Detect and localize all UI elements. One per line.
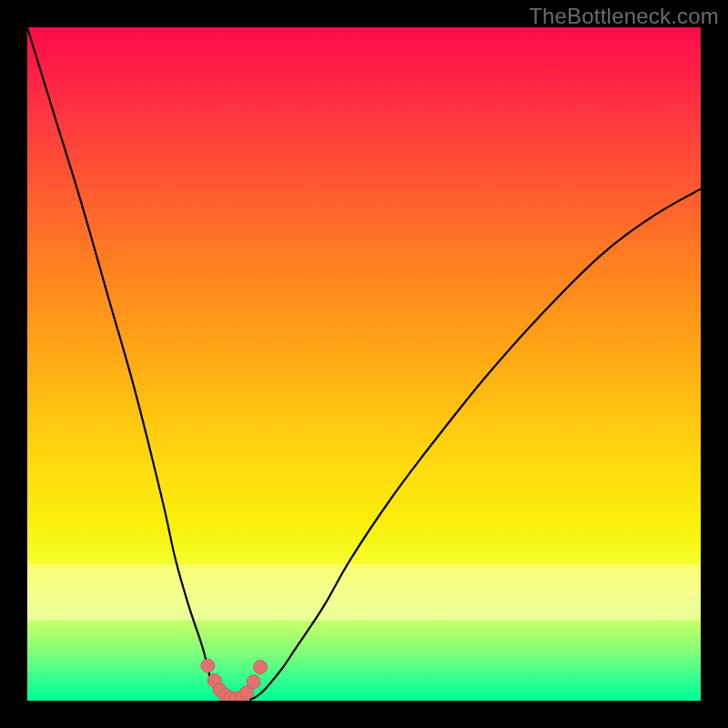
valley-markers <box>201 659 268 701</box>
right-curve <box>249 189 701 701</box>
left-curve <box>27 27 229 700</box>
valley-marker <box>254 661 268 674</box>
plot-area <box>27 27 701 701</box>
valley-marker <box>201 659 215 672</box>
curve-layer <box>27 27 701 701</box>
valley-marker <box>247 675 260 689</box>
chart-stage: TheBottleneck.com <box>0 0 728 728</box>
watermark-text: TheBottleneck.com <box>529 4 719 29</box>
